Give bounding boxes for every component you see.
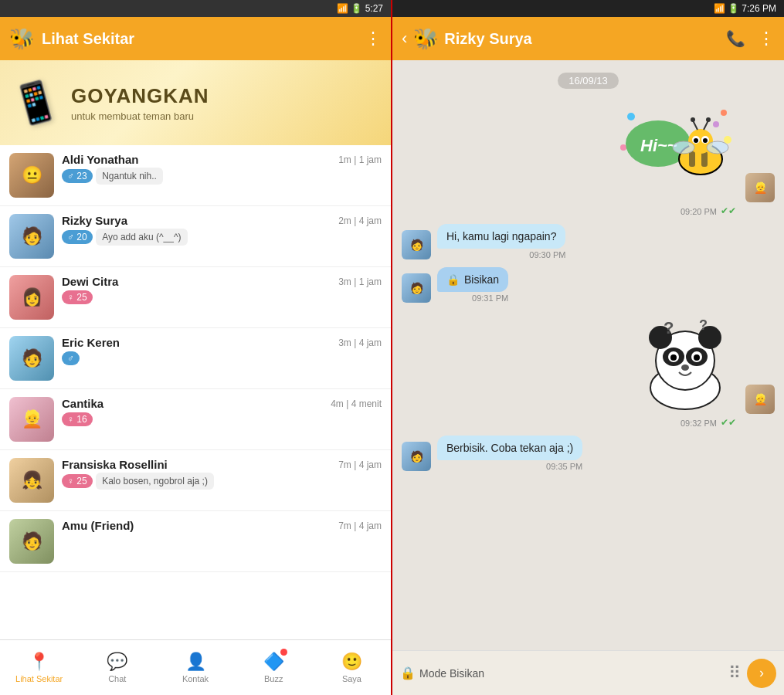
bee-sticker: Hi~~ [616, 101, 739, 202]
nav-lihat-sekitar[interactable]: 📍 Lihat Sekitar [0, 640, 78, 695]
banner: 📱 GOYANGKAN untuk membuat teman baru [0, 60, 391, 145]
send-arrow-icon: › [759, 665, 764, 681]
svg-text:?: ? [664, 318, 674, 337]
chat-input-bar: 🔒 Mode Bisikan ⠿ › [392, 650, 784, 695]
list-item[interactable]: 👱 Cantika 4m | 4 menit ♀ 16 [0, 389, 391, 450]
list-item[interactable]: 🧑 Amu (Friend) 7m | 4 jam [0, 511, 391, 572]
nav-kontak[interactable]: 👤 Kontak [156, 640, 234, 695]
user-info: Amu (Friend) 7m | 4 jam [62, 519, 382, 532]
message-bubble: Berbisik. Coba tekan aja ;) [437, 436, 582, 460]
nav-label: Lihat Sekitar [15, 674, 63, 683]
left-menu-button[interactable]: ⋮ [365, 29, 382, 49]
nav-chat[interactable]: 💬 Chat [78, 640, 156, 695]
user-info: Fransiska Rosellini 7m | 4 jam ♀ 25 Kalo… [62, 458, 382, 490]
back-button[interactable]: ‹ [402, 29, 407, 49]
list-item[interactable]: 👩 Dewi Citra 3m | 1 jam ♀ 25 [0, 267, 391, 328]
list-item[interactable]: 👧 Fransiska Rosellini 7m | 4 jam ♀ 25 Ka… [0, 450, 391, 511]
grid-button[interactable]: ⠿ [728, 663, 741, 683]
right-header: ‹ 🐝 Rizky Surya 📞 ⋮ [392, 17, 784, 60]
profile-icon: 🙂 [341, 652, 362, 672]
panda-sticker-row: 👱 [631, 310, 775, 414]
user-list: 😐 Aldi Yonathan 1m | 1 jam ♂ 23 Ngantuk … [0, 145, 391, 639]
svg-point-2 [713, 121, 719, 127]
right-signal-icon: 📶 [714, 3, 725, 14]
sticker-message-sent: 👱 Hi~~ [402, 101, 775, 216]
whisper-mode-label: 🔒 Mode Bisikan [400, 666, 722, 680]
lock-icon: 🔒 [400, 666, 416, 680]
message-time: 09:20 PM [680, 207, 717, 216]
chat-message-received: 🧑 Hi, kamu lagi ngapain? 09:30 PM [402, 224, 775, 259]
user-time: 3m | 1 jam [338, 276, 382, 287]
svg-point-4 [724, 136, 731, 144]
list-item[interactable]: 🧑 Rizky Surya 2m | 4 jam ♂ 20 Ayo add ak… [0, 206, 391, 267]
chat-area: 16/09/13 👱 Hi [392, 60, 784, 650]
sender-avatar: 👱 [745, 173, 775, 202]
user-time: 1m | 1 jam [338, 154, 382, 165]
svg-point-22 [707, 141, 728, 154]
message-bubble: Hi, kamu lagi ngapain? [437, 224, 565, 249]
whisper-text: Bisikan [464, 273, 499, 286]
right-panel: 📶 🔋 7:26 PM ‹ 🐝 Rizky Surya 📞 ⋮ 16/09/13… [392, 0, 784, 695]
location-icon: 📍 [29, 652, 49, 672]
send-button[interactable]: › [747, 659, 776, 688]
nav-buzz[interactable]: 🔷 Buzz [235, 640, 313, 695]
svg-point-15 [694, 138, 698, 143]
user-top: Eric Keren 3m | 4 jam [62, 336, 382, 349]
message-time-row: 09:32 PM ✔✔ [680, 417, 736, 428]
svg-rect-11 [701, 151, 708, 167]
buzz-icon: 🔷 [263, 652, 284, 672]
user-time: 4m | 4 menit [331, 398, 382, 409]
user-name: Aldi Yonathan [62, 153, 138, 166]
user-top: Amu (Friend) 7m | 4 jam [62, 519, 382, 532]
banner-phone-icon: 📱 [7, 75, 65, 131]
user-info: Dewi Citra 3m | 1 jam ♀ 25 [62, 275, 382, 307]
svg-text:Hi~~: Hi~~ [640, 136, 677, 155]
user-time: 7m | 4 jam [338, 459, 382, 470]
message-time: 09:31 PM [472, 293, 508, 303]
left-panel: 📶 🔋 5:27 🐝 Lihat Sekitar ⋮ 📱 GOYANGKAN u… [0, 0, 392, 695]
svg-point-0 [627, 113, 635, 120]
bottom-nav: 📍 Lihat Sekitar 💬 Chat 👤 Kontak 🔷 Buzz 🙂… [0, 639, 391, 695]
svg-point-21 [673, 141, 694, 154]
svg-point-1 [721, 110, 727, 116]
panda-sticker: ? ? [631, 310, 739, 414]
gender-badge: ♀ 25 [62, 474, 93, 488]
banner-text: GOYANGKAN untuk membuat teman baru [71, 84, 379, 122]
user-time: 3m | 4 jam [338, 337, 382, 348]
user-name: Cantika [62, 397, 104, 410]
list-item[interactable]: 😐 Aldi Yonathan 1m | 1 jam ♂ 23 Ngantuk … [0, 145, 391, 206]
sender-avatar: 👱 [745, 385, 775, 414]
banner-subtitle: untuk membuat teman baru [71, 110, 379, 122]
message-preview: Ngantuk nih.. [96, 168, 163, 185]
nav-saya[interactable]: 🙂 Saya [313, 640, 391, 695]
user-top: Cantika 4m | 4 menit [62, 397, 382, 410]
message-content: 🔒 Bisikan 09:31 PM [437, 267, 508, 303]
message-preview: Kalo bosen, ngobrol aja ;) [96, 473, 214, 490]
user-top: Fransiska Rosellini 7m | 4 jam [62, 458, 382, 471]
user-name: Amu (Friend) [62, 519, 134, 532]
message-time: 09:32 PM [680, 419, 717, 428]
svg-point-5 [620, 144, 626, 151]
contacts-icon: 👤 [185, 652, 206, 672]
list-item[interactable]: 🧑 Eric Keren 3m | 4 jam ♂ [0, 328, 391, 389]
avatar: 👱 [9, 397, 54, 442]
avatar: 😐 [9, 153, 54, 198]
message-time-row: 09:20 PM ✔✔ [680, 205, 736, 216]
user-top: Aldi Yonathan 1m | 1 jam [62, 153, 382, 166]
nav-label: Saya [342, 674, 361, 683]
call-button[interactable]: 📞 [726, 29, 745, 48]
gender-badge: ♂ [62, 351, 80, 365]
right-menu-button[interactable]: ⋮ [758, 29, 775, 49]
avatar: 🧑 [9, 519, 54, 564]
user-info: Eric Keren 3m | 4 jam ♂ [62, 336, 382, 368]
gender-badge: ♀ 16 [62, 412, 93, 426]
left-time: 5:27 [365, 3, 383, 14]
nav-label: Buzz [264, 674, 283, 683]
right-status-bar: 📶 🔋 7:26 PM [392, 0, 784, 17]
user-name: Fransiska Rosellini [62, 458, 168, 471]
whisper-bubble[interactable]: 🔒 Bisikan [437, 267, 508, 292]
left-status-bar: 📶 🔋 5:27 [0, 0, 391, 17]
contact-name: Rizky Surya [444, 30, 726, 48]
left-bee-icon: 🐝 [9, 27, 34, 51]
message-content: Berbisik. Coba tekan aja ;) 09:35 PM [437, 436, 582, 471]
